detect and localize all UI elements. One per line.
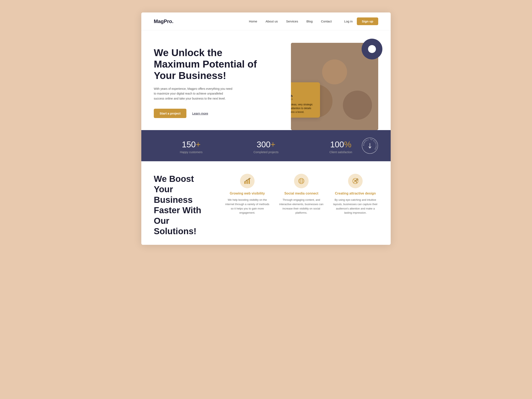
- svg-rect-17: [349, 115, 355, 126]
- nav-home[interactable]: Home: [249, 19, 257, 23]
- start-project-button[interactable]: Start a project: [154, 109, 186, 118]
- testimonial-card: ““ James Smith CEO of Edge.co Their crea…: [291, 82, 320, 118]
- services-cards: Growing web visibility We help boosting …: [224, 174, 378, 215]
- logo: MagPro.: [154, 19, 173, 24]
- stat-number-1: 150+: [154, 138, 228, 149]
- svg-point-7: [355, 86, 376, 105]
- hero-actions: Start a project Learn more: [154, 109, 291, 118]
- services-title: We Boost Your Business Faster With Our S…: [154, 174, 212, 236]
- services-left: We Boost Your Business Faster With Our S…: [154, 174, 212, 236]
- hero-image-area: ““ James Smith CEO of Edge.co Their crea…: [291, 43, 378, 130]
- svg-rect-11: [318, 103, 335, 114]
- testimonial-text: Their creative ideas, very strategic exe…: [291, 103, 316, 114]
- testimonial-quote-mark: ““: [291, 86, 316, 93]
- stat-number-2: 300+: [228, 138, 304, 149]
- testimonial-name: James Smith: [291, 94, 316, 98]
- web-visibility-icon-circle: [240, 174, 254, 188]
- svg-point-4: [328, 74, 341, 87]
- scroll-to-explore-badge: SCROLL TO EXPLORE: [361, 137, 378, 154]
- svg-rect-16: [358, 103, 373, 112]
- service-name-2: Social media connect: [279, 192, 324, 195]
- hero-title: We Unlock the Maximum Potential of Your …: [154, 47, 262, 82]
- login-button[interactable]: Log in: [344, 19, 353, 23]
- svg-rect-14: [358, 102, 374, 112]
- service-desc-3: By using eye-catching and intuitive layo…: [332, 198, 378, 215]
- services-section: We Boost Your Business Faster With Our S…: [141, 161, 391, 245]
- nav-links: Home About us Services Blog Contact: [249, 19, 332, 23]
- svg-rect-15: [319, 104, 334, 113]
- chart-growth-icon: [244, 177, 251, 185]
- service-card-design: Creating attractive design By using eye-…: [332, 174, 378, 215]
- nav-actions: Log in Sign up: [344, 18, 378, 25]
- hero-content: We Unlock the Maximum Potential of Your …: [154, 43, 291, 118]
- stat-label-2: Completed projects: [228, 151, 304, 154]
- nav-blog[interactable]: Blog: [306, 19, 313, 23]
- stat-label-1: Happy customers: [154, 151, 228, 154]
- globe-icon: [298, 177, 305, 185]
- hero-section: We Unlock the Maximum Potential of Your …: [141, 30, 391, 130]
- svg-rect-12: [318, 103, 334, 114]
- decorative-circle: [361, 39, 382, 59]
- nav-about[interactable]: About us: [266, 19, 278, 23]
- service-desc-2: Through engaging content, and interactiv…: [279, 198, 324, 215]
- stat-happy-customers: 150+ Happy customers: [154, 138, 228, 154]
- social-media-icon-circle: [294, 174, 309, 188]
- signup-button[interactable]: Sign up: [357, 18, 378, 25]
- decorative-circle-inner: [368, 45, 376, 53]
- svg-point-3: [323, 82, 346, 103]
- nav-contact[interactable]: Contact: [321, 19, 332, 23]
- design-icon-circle: [348, 174, 363, 188]
- site-wrapper: MagPro. Home About us Services Blog Cont…: [141, 13, 391, 245]
- navbar: MagPro. Home About us Services Blog Cont…: [141, 13, 391, 30]
- learn-more-button[interactable]: Learn more: [192, 112, 208, 115]
- hero-description: With years of experience, Magpro offers …: [154, 86, 233, 101]
- service-name-1: Growing web visibility: [224, 192, 270, 195]
- svg-point-8: [360, 78, 372, 90]
- testimonial-role: CEO of Edge.co: [291, 98, 316, 101]
- stats-bar: 150+ Happy customers 300+ Completed proj…: [141, 130, 391, 161]
- svg-point-10: [329, 102, 344, 117]
- svg-rect-13: [357, 102, 374, 114]
- service-name-3: Creating attractive design: [332, 192, 378, 195]
- service-desc-1: We help boosting visibility on the inter…: [224, 198, 270, 215]
- svg-point-9: [324, 111, 349, 130]
- service-card-social-media: Social media connect Through engaging co…: [279, 174, 324, 215]
- stat-completed-projects: 300+ Completed projects: [228, 138, 304, 154]
- svg-rect-35: [355, 178, 358, 181]
- design-tools-icon: [352, 177, 359, 185]
- service-card-web-visibility: Growing web visibility We help boosting …: [224, 174, 270, 215]
- nav-services[interactable]: Services: [286, 19, 298, 23]
